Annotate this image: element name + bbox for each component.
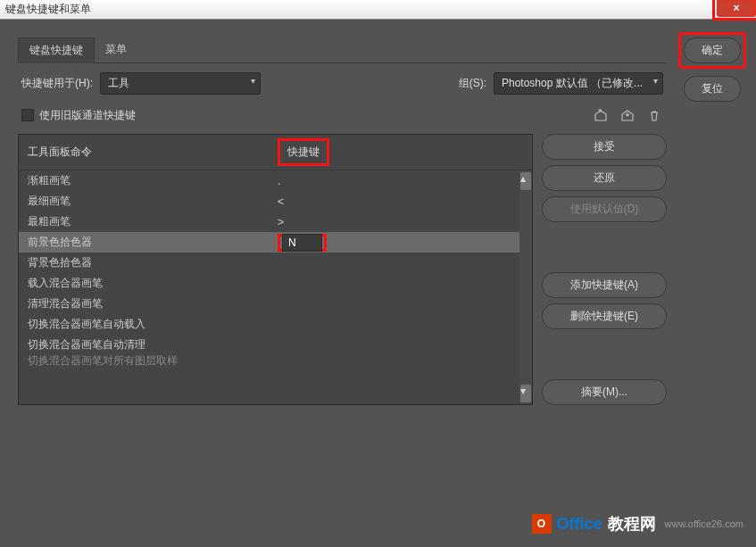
summary-button[interactable]: 摘要(M)... bbox=[542, 379, 667, 405]
list-header: 工具面板命令 快捷键 bbox=[19, 135, 532, 170]
row-cmd: 切换混合器画笔自动载入 bbox=[28, 317, 278, 332]
watermark-text1: Office bbox=[557, 515, 602, 534]
list-row[interactable]: 渐粗画笔 . bbox=[19, 170, 532, 191]
new-set-icon[interactable] bbox=[592, 107, 610, 123]
row-cmd: 背景色拾色器 bbox=[28, 255, 278, 270]
main-panel: 键盘快捷键 菜单 快捷键用于(H): 工具 组(S): Photoshop 默认… bbox=[12, 32, 672, 535]
legacy-checkbox[interactable] bbox=[21, 109, 34, 121]
delete-set-icon[interactable] bbox=[645, 107, 663, 123]
save-set-icon[interactable] bbox=[619, 107, 636, 123]
column-shortcut: 快捷键 bbox=[278, 138, 331, 166]
legacy-label: 使用旧版通道快捷键 bbox=[39, 108, 136, 123]
highlight-ok: 确定 bbox=[678, 32, 746, 69]
row-key: < bbox=[278, 195, 331, 208]
reset-button[interactable]: 复位 bbox=[684, 76, 741, 102]
accept-button[interactable]: 接受 bbox=[542, 134, 667, 160]
list-row[interactable]: 切换混合器画笔自动载入 bbox=[19, 314, 532, 335]
side-buttons: 接受 还原 使用默认值(D) 添加快捷键(A) 删除快捷键(E) 摘要(M)..… bbox=[542, 134, 667, 405]
watermark-url: www.office26.com bbox=[665, 518, 744, 529]
dialog-buttons: 确定 复位 bbox=[681, 32, 744, 535]
scrollbar-down-icon[interactable]: ▾ bbox=[520, 385, 531, 402]
close-icon: × bbox=[733, 2, 739, 14]
set-label: 组(S): bbox=[459, 76, 486, 91]
row-cmd: 最细画笔 bbox=[28, 194, 278, 209]
list-body[interactable]: 渐粗画笔 . 最细画笔 < 最粗画笔 > 前景色拾色器 bbox=[19, 170, 532, 404]
highlight-key-input bbox=[278, 234, 327, 252]
ok-button[interactable]: 确定 bbox=[684, 37, 741, 63]
row-key: > bbox=[278, 216, 331, 228]
list-row[interactable]: 最粗画笔 > bbox=[19, 211, 532, 232]
row-cmd: 前景色拾色器 bbox=[28, 235, 278, 250]
row-cmd: 切换混合器画笔对所有图层取样 bbox=[28, 355, 278, 366]
main-area: 工具面板命令 快捷键 渐粗画笔 . 最细画笔 < 最粗画笔 bbox=[18, 134, 667, 405]
list-row[interactable]: 清理混合器画笔 bbox=[19, 294, 532, 314]
tab-shortcuts[interactable]: 键盘快捷键 bbox=[18, 37, 95, 63]
shortcuts-for-label: 快捷键用于(H): bbox=[21, 76, 93, 91]
shortcut-input[interactable] bbox=[282, 234, 322, 252]
scrollbar-up-icon[interactable]: ▴ bbox=[520, 172, 531, 190]
use-default-button[interactable]: 使用默认值(D) bbox=[542, 196, 667, 222]
shortcut-list: 工具面板命令 快捷键 渐粗画笔 . 最细画笔 < 最粗画笔 bbox=[18, 134, 533, 405]
list-row[interactable]: 切换混合器画笔对所有图层取样 bbox=[19, 355, 532, 366]
set-value: Photoshop 默认值 （已修改... bbox=[502, 77, 643, 89]
row-cmd: 渐粗画笔 bbox=[28, 173, 278, 188]
watermark: O Office 教程网 www.office26.com bbox=[532, 513, 744, 535]
row-cmd: 清理混合器画笔 bbox=[28, 296, 278, 311]
row-cmd: 切换混合器画笔自动清理 bbox=[28, 337, 278, 352]
row-cmd: 最粗画笔 bbox=[28, 214, 278, 229]
list-row[interactable]: 载入混合器画笔 bbox=[19, 273, 532, 294]
delete-shortcut-button[interactable]: 删除快捷键(E) bbox=[542, 303, 667, 329]
set-select[interactable]: Photoshop 默认值 （已修改... bbox=[494, 72, 663, 95]
list-row[interactable]: 背景色拾色器 bbox=[19, 253, 532, 273]
row-key: . bbox=[278, 175, 331, 187]
tab-bar: 键盘快捷键 菜单 bbox=[18, 37, 667, 63]
watermark-text2: 教程网 bbox=[608, 513, 656, 535]
window-body: 键盘快捷键 菜单 快捷键用于(H): 工具 组(S): Photoshop 默认… bbox=[0, 20, 756, 547]
tab-menus[interactable]: 菜单 bbox=[95, 37, 137, 62]
window-title: 键盘快捷键和菜单 bbox=[5, 2, 91, 17]
controls-row: 快捷键用于(H): 工具 组(S): Photoshop 默认值 （已修改... bbox=[18, 63, 667, 104]
list-row[interactable]: 最细画笔 < bbox=[19, 191, 532, 211]
list-row-selected[interactable]: 前景色拾色器 bbox=[19, 232, 532, 253]
scrollbar[interactable]: ▴ ▾ bbox=[519, 170, 532, 404]
highlight-shortcut-header: 快捷键 bbox=[278, 138, 329, 166]
row-cmd: 载入混合器画笔 bbox=[28, 276, 278, 291]
shortcuts-for-select[interactable]: 工具 bbox=[100, 72, 261, 95]
undo-button[interactable]: 还原 bbox=[542, 165, 667, 191]
shortcuts-for-value: 工具 bbox=[108, 77, 129, 89]
set-icon-buttons bbox=[592, 107, 663, 123]
legacy-row: 使用旧版通道快捷键 bbox=[18, 104, 667, 127]
row-key bbox=[278, 234, 331, 252]
list-row[interactable]: 切换混合器画笔自动清理 bbox=[19, 335, 532, 355]
titlebar: 键盘快捷键和菜单 × bbox=[0, 0, 756, 20]
window-close-button[interactable]: × bbox=[717, 0, 756, 17]
add-shortcut-button[interactable]: 添加快捷键(A) bbox=[542, 272, 667, 298]
column-command: 工具面板命令 bbox=[28, 145, 278, 160]
watermark-logo-icon: O bbox=[532, 514, 552, 534]
